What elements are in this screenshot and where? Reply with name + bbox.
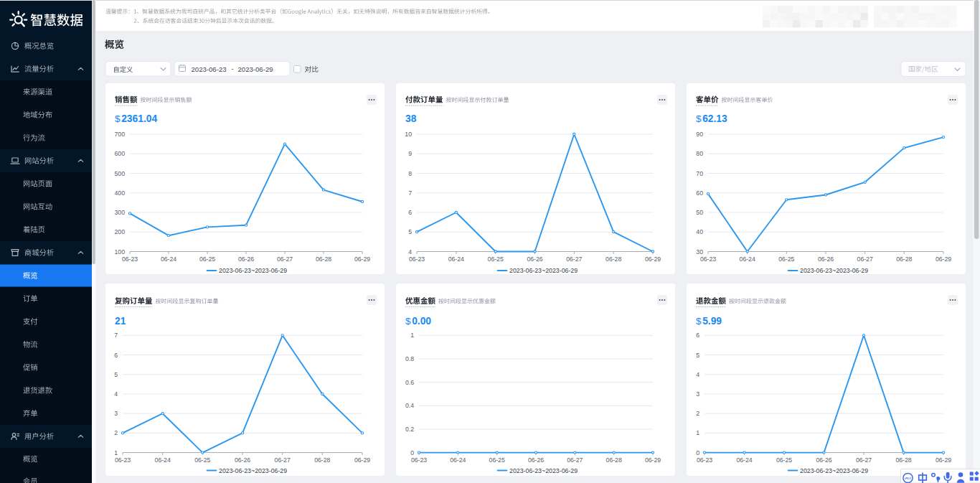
svg-text:5.99: 5.99 [702,316,722,327]
svg-text:06-27: 06-27 [277,255,293,263]
svg-text:06-26: 06-26 [818,255,834,263]
svg-text:2023-06-23~2023-06-29: 2023-06-23~2023-06-29 [219,467,287,474]
svg-text:-: - [232,65,234,72]
svg-text:06-24: 06-24 [740,255,755,263]
svg-text:0.00: 0.00 [412,316,431,327]
svg-text:6: 6 [408,209,412,216]
svg-text:06-27: 06-27 [566,255,582,263]
svg-text:0.4: 0.4 [405,402,414,409]
svg-text:06-25: 06-25 [778,255,794,263]
svg-text:5: 5 [696,352,699,359]
svg-text:06-27: 06-27 [857,255,873,263]
svg-text:700: 700 [115,131,126,138]
svg-text:50: 50 [696,209,703,216]
svg-text:2023-06-23~2023-06-29: 2023-06-23~2023-06-29 [509,267,578,274]
svg-text:06-29: 06-29 [354,456,370,464]
svg-text:90: 90 [696,131,703,138]
svg-text:200: 200 [115,228,126,235]
svg-text:38: 38 [405,113,417,124]
svg-text:06-23: 06-23 [697,456,712,464]
svg-text:06-29: 06-29 [645,456,661,464]
svg-text:400: 400 [115,189,126,197]
svg-text:06-23: 06-23 [115,456,131,464]
svg-text:2023-06-23~2023-06-29: 2023-06-23~2023-06-29 [219,267,287,274]
svg-text:06-25: 06-25 [199,255,215,263]
svg-text:06-29: 06-29 [936,255,951,263]
svg-text:06-24: 06-24 [155,456,171,464]
svg-text:06-25: 06-25 [776,456,792,464]
svg-text:06-28: 06-28 [314,456,330,464]
svg-text:5: 5 [114,371,118,378]
svg-text:iFLY: iFLY [905,477,912,480]
svg-text:6: 6 [696,332,699,339]
svg-text:300: 300 [115,209,126,216]
svg-text:7: 7 [114,332,118,339]
svg-text:2: 2 [114,429,118,436]
svg-text:06-25: 06-25 [194,456,210,464]
svg-text:600: 600 [115,150,126,157]
svg-text:8: 8 [408,170,412,177]
svg-text:$: $ [696,316,702,327]
svg-text:06-25: 06-25 [488,255,504,263]
svg-text:06-28: 06-28 [606,456,622,464]
svg-text:06-27: 06-27 [275,456,291,464]
svg-text:$: $ [115,113,121,124]
svg-text:06-28: 06-28 [896,255,912,263]
svg-text:06-24: 06-24 [161,255,176,263]
svg-text:06-23: 06-23 [409,255,425,263]
svg-text:06-25: 06-25 [489,456,505,464]
svg-text:0: 0 [696,449,699,456]
svg-text:06-26: 06-26 [527,255,542,263]
svg-text:06-24: 06-24 [448,255,464,263]
svg-text:500: 500 [115,170,126,177]
svg-text:4: 4 [408,248,412,255]
svg-text:2023-06-23~2023-06-29: 2023-06-23~2023-06-29 [800,267,868,274]
svg-text:2023-06-23: 2023-06-23 [192,65,227,73]
svg-text:5: 5 [408,228,412,235]
svg-text:100: 100 [115,248,126,255]
svg-text:06-23: 06-23 [122,255,138,263]
svg-text:10: 10 [405,131,412,138]
svg-text:1: 1 [696,429,699,436]
svg-text:7: 7 [408,189,412,197]
svg-text:80: 80 [696,150,703,157]
svg-text:2023-06-23~2023-06-29: 2023-06-23~2023-06-29 [800,467,868,474]
svg-text:06-24: 06-24 [450,456,466,464]
svg-text:06-23: 06-23 [411,456,427,464]
svg-text:60: 60 [696,189,703,197]
svg-text:$: $ [405,316,411,327]
svg-text:06-28: 06-28 [606,255,621,263]
svg-text:06-26: 06-26 [528,456,544,464]
svg-text:$: $ [696,113,702,124]
svg-text:06-27: 06-27 [567,456,583,464]
svg-text:3: 3 [114,410,118,417]
svg-text:2023-06-23~2023-06-29: 2023-06-23~2023-06-29 [509,467,578,474]
svg-text:0.8: 0.8 [405,355,414,362]
svg-text:06-26: 06-26 [235,456,250,464]
svg-text:2023-06-29: 2023-06-29 [238,65,273,73]
svg-text:30: 30 [696,248,703,255]
svg-text:06-27: 06-27 [856,456,872,464]
svg-text:2361.04: 2361.04 [121,113,157,124]
svg-text:06-29: 06-29 [354,255,370,263]
svg-text:21: 21 [115,316,126,327]
svg-text:06-26: 06-26 [238,255,254,263]
svg-text:0: 0 [410,449,414,456]
svg-text:62.13: 62.13 [702,113,727,124]
svg-text:06-28: 06-28 [895,456,911,464]
svg-text:6: 6 [114,352,118,359]
svg-text:0.6: 0.6 [405,379,414,386]
svg-text:40: 40 [696,228,703,235]
svg-text:1: 1 [114,449,118,456]
svg-text:9: 9 [408,150,412,157]
svg-text:2: 2 [696,410,699,417]
svg-text:06-29: 06-29 [645,255,661,263]
svg-text:3: 3 [696,390,699,398]
svg-text:06-26: 06-26 [816,456,831,464]
svg-text:1: 1 [410,332,414,339]
svg-text:0.2: 0.2 [405,426,414,433]
svg-text:4: 4 [114,390,118,398]
svg-text:4: 4 [696,371,699,378]
svg-text:06-28: 06-28 [316,255,331,263]
svg-text:06-24: 06-24 [736,456,752,464]
